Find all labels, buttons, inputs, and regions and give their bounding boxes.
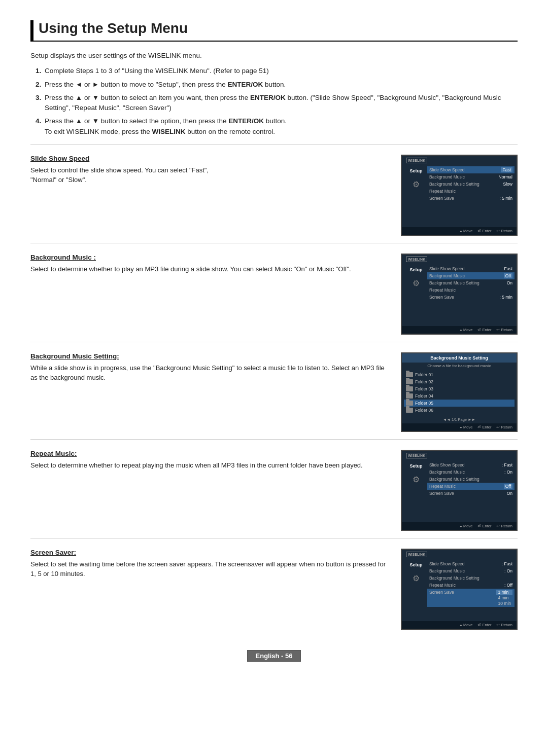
- page-title: Using the Setup Menu: [30, 20, 518, 42]
- tv-menu-2: Slide Show Speed : Fast Background Music…: [426, 265, 512, 324]
- gear-icon-2: ⚙: [413, 278, 420, 288]
- menu-item-4-5: Screen Save On: [429, 490, 512, 497]
- section-title-bgm-setting: Background Music Setting:: [30, 352, 386, 360]
- tv-footer-enter-2: ⏎ Enter: [477, 328, 491, 332]
- divider-2: [30, 243, 518, 243]
- menu-item-4-1: Slide Show Speed : Fast: [429, 461, 512, 469]
- tv-footer-return-1: ↩ Return: [496, 229, 512, 233]
- tv-logo-5: WISELINK: [406, 552, 427, 557]
- page-footer: English - 56: [30, 645, 518, 662]
- menu-item-5-3: Background Music Setting: [429, 574, 512, 582]
- tv-logo-4: WISELINK: [406, 453, 427, 458]
- tv-footer-move-1: ⬥ Move: [460, 229, 472, 233]
- folder-item-1: Folder 01: [406, 371, 512, 378]
- tv-footer-enter-5: ⏎ Enter: [477, 623, 491, 627]
- section-desc-slide-show: Select to control the slide show speed. …: [30, 165, 386, 185]
- folder-name-1: Folder 01: [415, 372, 433, 377]
- divider-4: [30, 439, 518, 440]
- folder-name-6: Folder 06: [415, 408, 433, 413]
- tv-menu-5: Slide Show Speed : Fast Background Music…: [426, 560, 512, 619]
- tv-footer-5: ⬥ Move ⏎ Enter ↩ Return: [402, 621, 517, 629]
- page-number-box: English - 56: [247, 650, 301, 662]
- menu-item-1-3: Background Music Setting Slow: [429, 181, 512, 188]
- tv-sidebar-2: Setup ⚙: [406, 265, 426, 324]
- section-desc-saver: Select to set the waiting time before th…: [30, 559, 386, 579]
- tv-body-1: Setup ⚙ Slide Show Speed Fast Background…: [402, 164, 517, 227]
- tv-footer-2: ⬥ Move ⏎ Enter ↩ Return: [402, 326, 517, 334]
- section-title-repeat: Repeat Music:: [30, 450, 386, 457]
- section-repeat-music: Repeat Music: Select to determine whethe…: [30, 450, 518, 531]
- folder-item-4: Folder 04: [406, 392, 512, 400]
- section-text-bgm-setting: Background Music Setting: While a slide …: [30, 352, 386, 383]
- gear-icon-1: ⚙: [413, 179, 420, 189]
- tv-body-2: Setup ⚙ Slide Show Speed : Fast Backgrou…: [402, 263, 517, 326]
- gear-icon-4: ⚙: [413, 475, 420, 484]
- tv-menu-1: Slide Show Speed Fast Background Music N…: [426, 166, 512, 225]
- menu-item-4-4: Repeat Music Off: [427, 483, 515, 490]
- divider: [30, 144, 518, 145]
- tv-setup-label-5: Setup: [409, 562, 422, 567]
- tv-header-2: WISELINK: [402, 255, 517, 263]
- bgm-subtitle: Choose a file for background music: [402, 363, 517, 369]
- tv-header-1: WISELINK: [402, 156, 517, 164]
- menu-item-1-2: Background Music Normal: [429, 173, 512, 181]
- tv-footer-enter-3: ⏎ Enter: [477, 425, 491, 429]
- menu-item-4-3: Background Music Setting: [429, 476, 512, 483]
- tv-footer-move-2: ⬥ Move: [460, 328, 472, 332]
- tv-footer-4: ⬥ Move ⏎ Enter ↩ Return: [402, 522, 517, 530]
- tv-sidebar-4: Setup ⚙: [406, 461, 426, 520]
- tv-screen-2: WISELINK Setup ⚙ Slide Show Speed : Fast…: [401, 254, 518, 335]
- tv-footer-return-2: ↩ Return: [496, 328, 512, 332]
- menu-item-5-5: Screen Save 1 min 4 min 10 min: [427, 589, 515, 607]
- divider-5: [30, 538, 518, 538]
- section-text-repeat: Repeat Music: Select to determine whethe…: [30, 450, 386, 471]
- tv-header-5: WISELINK: [402, 550, 517, 558]
- section-background-music: Background Music : Select to determine w…: [30, 254, 518, 335]
- folder-item-5: Folder 05: [404, 400, 515, 407]
- tv-body-5: Setup ⚙ Slide Show Speed : Fast Backgrou…: [402, 558, 517, 621]
- tv-logo-2: WISELINK: [406, 257, 427, 262]
- tv-footer-enter-1: ⏎ Enter: [477, 229, 491, 233]
- menu-item-5-4: Repeat Music : Off: [429, 582, 512, 589]
- section-text-slide-show: Slide Show Speed Select to control the s…: [30, 155, 386, 185]
- section-title-saver: Screen Saver:: [30, 549, 386, 556]
- section-title-bgm: Background Music :: [30, 254, 386, 261]
- menu-item-4-2: Background Music : On: [429, 469, 512, 476]
- bgm-title-bar: Background Music Setting: [402, 353, 517, 363]
- step-4: Press the ▲ or ▼ button to select the op…: [36, 116, 518, 137]
- tv-footer-return-3: ↩ Return: [496, 425, 512, 429]
- folder-icon-3: [406, 386, 413, 391]
- menu-item-2-4: Repeat Music: [429, 286, 512, 294]
- section-text-saver: Screen Saver: Select to set the waiting …: [30, 549, 386, 579]
- folder-item-3: Folder 03: [406, 385, 512, 392]
- section-text-bgm: Background Music : Select to determine w…: [30, 254, 386, 274]
- menu-item-1-4: Repeat Music: [429, 188, 512, 195]
- tv-setup-label-1: Setup: [409, 168, 422, 173]
- bgm-folder-list: Folder 01 Folder 02 Folder 03 Folder 04 …: [402, 369, 517, 416]
- menu-item-1-1: Slide Show Speed Fast: [427, 166, 515, 173]
- folder-icon-6: [406, 408, 413, 413]
- menu-item-5-2: Background Music : On: [429, 567, 512, 574]
- folder-item-2: Folder 02: [406, 378, 512, 385]
- numbered-steps: Complete Steps 1 to 3 of "Using the WISE…: [36, 66, 518, 137]
- folder-name-3: Folder 03: [415, 386, 433, 391]
- section-desc-bgm: Select to determine whether to play an M…: [30, 264, 386, 274]
- folder-name-5: Folder 05: [415, 401, 433, 406]
- tv-setup-label-2: Setup: [409, 267, 422, 272]
- tv-sidebar-5: Setup ⚙: [406, 560, 426, 619]
- tv-setup-label-4: Setup: [409, 463, 422, 469]
- tv-footer-return-5: ↩ Return: [496, 623, 512, 627]
- step-1: Complete Steps 1 to 3 of "Using the WISE…: [36, 66, 518, 76]
- menu-item-1-5: Screen Save : 5 min: [429, 195, 512, 202]
- folder-icon-2: [406, 379, 413, 384]
- gear-icon-5: ⚙: [413, 573, 420, 583]
- folder-name-4: Folder 04: [415, 393, 433, 399]
- section-title-slide-show: Slide Show Speed: [30, 155, 386, 162]
- section-screen-saver: Screen Saver: Select to set the waiting …: [30, 549, 518, 630]
- tv-header-4: WISELINK: [402, 451, 517, 459]
- tv-screen-1: WISELINK Setup ⚙ Slide Show Speed Fast B…: [401, 155, 518, 236]
- tv-footer-move-5: ⬥ Move: [460, 623, 472, 627]
- tv-body-4: Setup ⚙ Slide Show Speed : Fast Backgrou…: [402, 459, 517, 522]
- tv-sidebar-1: Setup ⚙: [406, 166, 426, 225]
- menu-item-2-3: Background Music Setting On: [429, 279, 512, 286]
